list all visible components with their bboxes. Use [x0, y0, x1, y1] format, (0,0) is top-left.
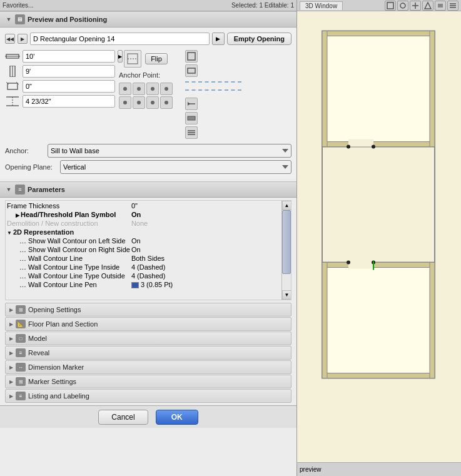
- toolbar-icon-6[interactable]: [447, 1, 458, 11]
- 3d-window-tab[interactable]: 3D Window: [300, 1, 343, 10]
- icon-btn-5[interactable]: [185, 126, 198, 139]
- svg-rect-48: [323, 264, 433, 377]
- svg-point-13: [137, 87, 141, 91]
- anchor-pt-7[interactable]: [146, 96, 159, 109]
- scrollbar-thumb[interactable]: [282, 210, 291, 274]
- height-icon: [5, 65, 20, 78]
- svg-rect-21: [188, 68, 195, 73]
- sub-section-arrow: ▶: [9, 307, 13, 313]
- favorites-btn[interactable]: Favorites...: [3, 2, 231, 9]
- preview-section-header[interactable]: ▼ ⊞ Preview and Positioning: [0, 11, 296, 28]
- icon-btn-3[interactable]: [185, 98, 198, 110]
- table-row: … Wall Contour Line Pen 3 (0.85 Pt): [7, 281, 173, 288]
- icon-btn-2[interactable]: [185, 64, 198, 77]
- sub-section-reveal[interactable]: ▶ ≡ Reveal: [5, 346, 291, 360]
- dims-area: ▶: [5, 50, 291, 139]
- table-row: … Show Wall Contour on Left Side On: [7, 237, 173, 245]
- depth-input[interactable]: [23, 80, 115, 93]
- empty-opening-button[interactable]: Empty Opening: [227, 33, 291, 45]
- dims-left: ▶: [5, 50, 111, 139]
- table-row: … Wall Contour Line Both Sides: [7, 255, 173, 262]
- svg-rect-53: [348, 261, 373, 269]
- sub-section-model[interactable]: ▶ □ Model: [5, 332, 291, 345]
- depth-icon: [5, 80, 20, 93]
- sub-section-label-opening: Opening Settings: [28, 306, 81, 313]
- param-name: … Wall Contour Line Type Inside: [7, 263, 130, 271]
- name-arrow-btn[interactable]: ▶: [212, 33, 225, 45]
- anchor-pt-3[interactable]: [146, 83, 159, 95]
- toolbar-icon-5[interactable]: [435, 1, 446, 11]
- offset-icon: [5, 95, 20, 108]
- opening-plane-label: Opening Plane:: [5, 163, 55, 171]
- param-value: 4 (Dashed): [131, 263, 173, 271]
- preview-section-content: ◀◀ ▶ ▶ Empty Opening ▶: [0, 28, 296, 179]
- sub-section-opening-settings[interactable]: ▶ ⊞ Opening Settings: [5, 303, 291, 316]
- svg-rect-39: [323, 33, 433, 146]
- width-icon: [5, 50, 20, 63]
- right-icons: [185, 50, 291, 139]
- icon-btn-1[interactable]: [185, 50, 198, 63]
- svg-rect-41: [322, 142, 435, 147]
- scrollbar-down-btn[interactable]: ▼: [282, 290, 291, 300]
- svg-point-17: [137, 101, 141, 104]
- parameters-section-header[interactable]: ▼ ≡ Parameters: [0, 181, 296, 198]
- icon-btn-4[interactable]: [185, 112, 198, 124]
- scrollbar-track[interactable]: [282, 210, 291, 290]
- anchor-points-grid: [119, 83, 173, 109]
- ok-button[interactable]: OK: [156, 410, 198, 425]
- parameters-table: Frame Thickness 0" ▶Head/Threshold Plan …: [6, 201, 174, 290]
- table-row: Demolition / New construction None: [7, 220, 173, 227]
- toolbar-icon-4[interactable]: [422, 1, 433, 11]
- sub-section-listing[interactable]: ▶ ≡ Listing and Labeling: [5, 389, 291, 403]
- sub-section-dimension-marker[interactable]: ▶ ↔ Dimension Marker: [5, 360, 291, 374]
- anchor-pt-8[interactable]: [160, 96, 173, 109]
- anchor-pt-2[interactable]: [133, 83, 145, 95]
- next-btn[interactable]: ▶: [18, 34, 28, 44]
- toolbar-icon-1[interactable]: [385, 1, 396, 11]
- prev-btn[interactable]: ◀◀: [5, 34, 15, 44]
- cancel-button[interactable]: Cancel: [98, 410, 148, 425]
- param-name: … Show Wall Contour on Left Side: [7, 237, 130, 245]
- table-row: ▼2D Representation: [7, 228, 173, 236]
- scrollbar-up-btn[interactable]: ▲: [282, 201, 291, 210]
- anchor-pt-5[interactable]: [119, 96, 131, 109]
- anchor-dropdown-row: Anchor: Sill to Wall base Head to Wall t…: [5, 144, 291, 158]
- toolbar-icons: [385, 1, 458, 11]
- anchor-pt-1[interactable]: [119, 83, 131, 95]
- sub-section-floor-plan[interactable]: ▶ 📐 Floor Plan and Section: [5, 317, 291, 331]
- name-row: ◀◀ ▶ ▶ Empty Opening: [5, 33, 291, 45]
- svg-point-19: [165, 101, 168, 104]
- params-section-icon: ≡: [15, 185, 25, 195]
- bottom-status-bar: preview: [297, 462, 461, 476]
- offset-input[interactable]: [23, 95, 115, 108]
- anchor-pt-6[interactable]: [133, 96, 145, 109]
- sub-section-icon-dim: ↔: [16, 363, 26, 372]
- table-scrollbar[interactable]: ▲ ▼: [281, 201, 291, 300]
- anchor-select[interactable]: Sill to Wall base Head to Wall top Cente…: [48, 144, 291, 158]
- svg-rect-49: [322, 263, 435, 268]
- opening-plane-select[interactable]: Vertical Horizontal: [60, 160, 291, 174]
- param-value: On: [131, 246, 173, 253]
- sub-section-marker-settings[interactable]: ▶ ⊞ Marker Settings: [5, 375, 291, 388]
- sub-section-label-floor: Floor Plan and Section: [28, 320, 98, 328]
- sub-section-label-marker: Marker Settings: [28, 378, 76, 385]
- floor-plan-svg: [297, 11, 461, 476]
- element-name-input[interactable]: [30, 33, 210, 45]
- svg-rect-50: [322, 373, 435, 378]
- param-name: … Wall Contour Line Pen: [7, 281, 130, 288]
- height-input[interactable]: [23, 65, 115, 78]
- params-collapse-arrow: ▼: [5, 186, 13, 193]
- toolbar-icon-2[interactable]: [397, 1, 408, 11]
- svg-point-46: [372, 145, 375, 149]
- sub-section-arrow: ▶: [9, 322, 13, 327]
- param-value: 3 (0.85 Pt): [131, 281, 173, 288]
- flip-button[interactable]: Flip: [145, 53, 168, 64]
- param-name: ▼2D Representation: [7, 228, 130, 236]
- table-row: … Wall Contour Line Type Outside 4 (Dash…: [7, 272, 173, 280]
- svg-point-16: [123, 101, 127, 104]
- toolbar-icon-3[interactable]: [410, 1, 421, 11]
- width-input[interactable]: [23, 50, 115, 63]
- dim-row-2: [5, 65, 111, 78]
- param-name: … Wall Contour Line Type Outside: [7, 272, 130, 280]
- anchor-pt-4[interactable]: [160, 83, 173, 95]
